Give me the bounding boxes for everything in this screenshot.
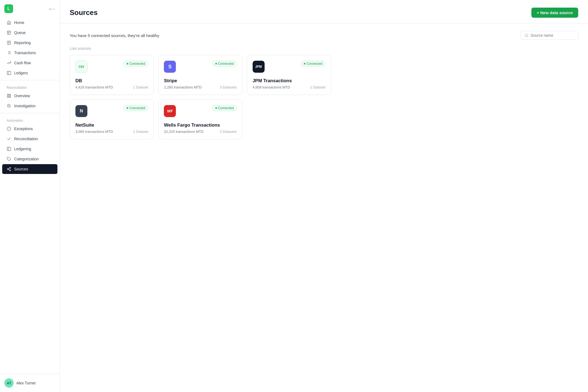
transactions-icon <box>7 50 11 55</box>
svg-point-23 <box>525 34 528 36</box>
search-box[interactable] <box>520 31 578 40</box>
home-icon <box>7 20 11 25</box>
source-datasets-db: 1 Dataset <box>133 85 148 89</box>
categorization-icon <box>7 157 11 161</box>
source-card-stripe[interactable]: S Connected Stripe 2,280 transactions MT… <box>158 55 242 95</box>
source-card-wells_fargo[interactable]: WF Connected Wells Fargo Transactions 22… <box>158 99 242 139</box>
badge-dot <box>215 107 217 109</box>
sidebar-footer: AT Alex Turner <box>0 374 60 392</box>
source-transactions-stripe: 2,280 transactions MTD <box>164 85 201 89</box>
source-transactions-wells_fargo: 22,215 transactions MTD <box>164 130 203 134</box>
live-sources-label: Live sources <box>70 46 578 51</box>
page-title: Sources <box>70 8 98 17</box>
svg-point-18 <box>10 167 11 168</box>
source-name-jpm: JPM Transactions <box>253 78 325 84</box>
source-card-netsuite[interactable]: N Connected NetSuite 3,065 transactions … <box>70 99 154 139</box>
sidebar-item-transactions[interactable]: Transactions <box>2 48 57 58</box>
user-name: Alex Turner <box>16 381 36 385</box>
badge-text: Connected <box>129 62 145 66</box>
source-card-db[interactable]: CSV Connected DB 4,416 transactions MTD … <box>70 55 154 95</box>
sidebar-item-cashflow[interactable]: Cash flow <box>2 58 57 68</box>
source-card-top: JPM Connected <box>253 61 325 73</box>
source-card-top: CSV Connected <box>75 61 148 73</box>
sidebar-item-ledgers[interactable]: Ledgers <box>2 68 57 78</box>
sources-icon <box>7 167 11 171</box>
reporting-icon <box>7 40 11 45</box>
sidebar: L ⟵ Home Queue Reporting Transact <box>0 0 60 392</box>
sidebar-item-investigation[interactable]: Investigation <box>2 101 57 111</box>
badge-text: Connected <box>129 106 145 110</box>
ledgering-icon <box>7 146 11 151</box>
source-logo-db: CSV <box>75 61 87 73</box>
sidebar-item-reconciliation-label: Reconciliation <box>14 137 38 141</box>
sidebar-item-reporting[interactable]: Reporting <box>2 38 57 48</box>
source-name-db: DB <box>75 78 148 84</box>
source-meta-stripe: 2,280 transactions MTD 3 Datasets <box>164 85 237 89</box>
search-input[interactable] <box>531 33 574 38</box>
sidebar-item-reconciliation[interactable]: Reconciliation <box>2 134 57 144</box>
new-data-source-button[interactable]: + New data source <box>531 8 578 18</box>
source-transactions-jpm: 4,809 transactions MTD <box>253 85 290 89</box>
svg-line-21 <box>8 169 10 170</box>
connected-badge-wells_fargo: Connected <box>212 105 237 111</box>
source-logo-jpm: JPM <box>253 61 265 73</box>
sidebar-item-investigation-label: Investigation <box>14 104 36 108</box>
sources-grid: CSV Connected DB 4,416 transactions MTD … <box>70 55 331 139</box>
sidebar-logo-area: L ⟵ <box>0 0 60 15</box>
source-transactions-db: 4,416 transactions MTD <box>75 85 113 89</box>
source-logo-netsuite: N <box>75 105 87 117</box>
sidebar-item-overview-label: Overview <box>14 94 30 98</box>
sidebar-item-transactions-label: Transactions <box>14 51 36 55</box>
source-card-top: S Connected <box>164 61 237 73</box>
cashflow-icon <box>7 60 11 65</box>
connected-badge-db: Connected <box>124 61 148 67</box>
connected-badge-jpm: Connected <box>301 61 325 67</box>
source-card-jpm[interactable]: JPM Connected JPM Transactions 4,809 tra… <box>247 55 331 95</box>
svg-point-19 <box>7 169 8 170</box>
queue-icon <box>7 30 11 35</box>
sidebar-item-ledgering[interactable]: Ledgering <box>2 144 57 154</box>
badge-dot <box>127 63 128 65</box>
sidebar-item-queue[interactable]: Queue <box>2 28 57 38</box>
source-logo-wells_fargo: WF <box>164 105 176 117</box>
sources-info-bar: You have 5 connected sources, they're al… <box>70 31 578 40</box>
source-datasets-wells_fargo: 2 Datasets <box>220 130 237 134</box>
source-meta-netsuite: 3,065 transactions MTD 1 Dataset <box>75 130 148 134</box>
collapse-button[interactable]: ⟵ <box>49 6 55 11</box>
exceptions-icon <box>7 126 11 131</box>
source-transactions-netsuite: 3,065 transactions MTD <box>75 130 113 134</box>
sidebar-item-cashflow-label: Cash flow <box>14 61 31 65</box>
sidebar-item-exceptions[interactable]: Exceptions <box>2 124 57 134</box>
app-logo[interactable]: L <box>4 4 13 13</box>
source-meta-jpm: 4,809 transactions MTD 1 Dataset <box>253 85 325 89</box>
source-datasets-jpm: 1 Dataset <box>310 85 325 89</box>
svg-line-24 <box>527 36 528 37</box>
svg-rect-15 <box>7 147 11 151</box>
sidebar-item-home-label: Home <box>14 20 24 25</box>
main-content: Sources + New data source You have 5 con… <box>60 0 588 392</box>
source-card-top: N Connected <box>75 105 148 117</box>
sidebar-item-queue-label: Queue <box>14 30 26 35</box>
svg-line-22 <box>8 168 10 169</box>
overview-icon <box>7 93 11 98</box>
sidebar-nav: Home Queue Reporting Transactions Cash f… <box>0 15 60 374</box>
sidebar-item-ledgers-label: Ledgers <box>14 71 28 75</box>
avatar: AT <box>4 378 14 388</box>
source-meta-wells_fargo: 22,215 transactions MTD 2 Datasets <box>164 130 237 134</box>
sidebar-item-categorization-label: Categorization <box>14 157 39 161</box>
svg-point-20 <box>10 170 11 171</box>
svg-rect-0 <box>7 31 11 34</box>
sidebar-item-exceptions-label: Exceptions <box>14 127 33 131</box>
sidebar-item-overview[interactable]: Overview <box>2 91 57 101</box>
sidebar-item-home[interactable]: Home <box>2 18 57 27</box>
source-datasets-stripe: 3 Datasets <box>220 85 237 89</box>
source-meta-db: 4,416 transactions MTD 1 Dataset <box>75 85 148 89</box>
sidebar-item-sources[interactable]: Sources <box>2 164 57 174</box>
source-datasets-netsuite: 1 Dataset <box>133 130 148 134</box>
automation-section-label: Automation <box>0 115 60 124</box>
svg-rect-8 <box>7 71 11 75</box>
connected-badge-stripe: Connected <box>212 61 237 67</box>
badge-dot <box>127 107 128 109</box>
connected-badge-netsuite: Connected <box>124 105 148 111</box>
sidebar-item-categorization[interactable]: Categorization <box>2 154 57 164</box>
